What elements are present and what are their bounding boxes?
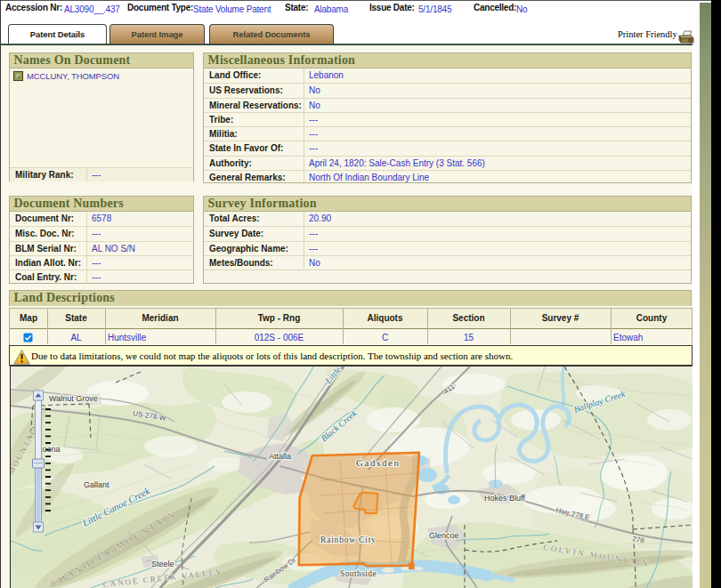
svg-text:Glencoe: Glencoe — [429, 531, 459, 540]
svg-text:Attalla: Attalla — [269, 452, 291, 461]
svg-text:Steele: Steele — [151, 560, 174, 568]
svg-text:Walnut Grove: Walnut Grove — [49, 394, 98, 403]
svg-text:Southside: Southside — [340, 569, 377, 578]
svg-text:Hokes Bluff: Hokes Bluff — [484, 494, 525, 503]
svg-text:P: P — [16, 72, 20, 80]
svg-text:Gadsden: Gadsden — [356, 457, 401, 468]
svg-text:Gallant: Gallant — [84, 480, 109, 489]
svg-text:Rainbow City: Rainbow City — [320, 536, 377, 544]
